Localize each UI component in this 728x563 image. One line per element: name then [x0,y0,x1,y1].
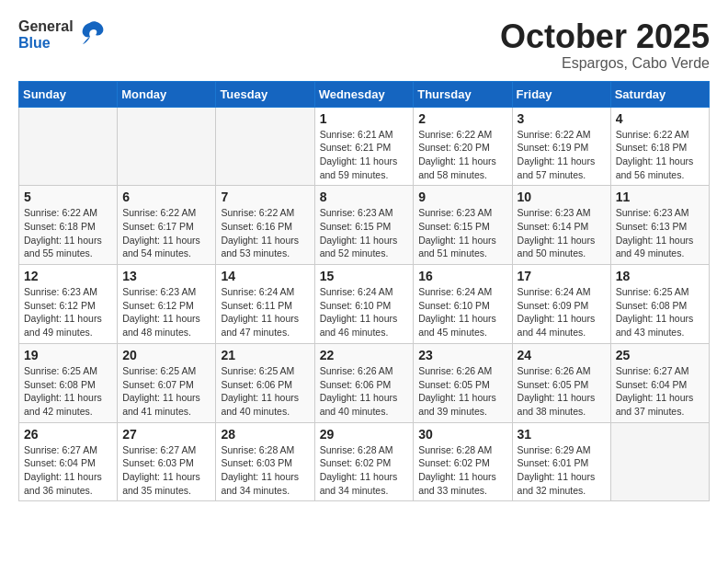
day-info: Sunrise: 6:24 AM Sunset: 6:11 PM Dayligh… [221,285,309,339]
calendar-cell: 12Sunrise: 6:23 AM Sunset: 6:12 PM Dayli… [19,265,118,344]
day-info: Sunrise: 6:23 AM Sunset: 6:12 PM Dayligh… [122,285,210,339]
day-number: 20 [122,348,210,362]
calendar-cell: 10Sunrise: 6:23 AM Sunset: 6:14 PM Dayli… [512,186,610,265]
day-info: Sunrise: 6:22 AM Sunset: 6:16 PM Dayligh… [221,206,309,260]
day-number: 14 [221,269,309,283]
day-number: 22 [320,348,409,362]
calendar-cell: 8Sunrise: 6:23 AM Sunset: 6:15 PM Daylig… [314,186,414,265]
day-info: Sunrise: 6:27 AM Sunset: 6:03 PM Dayligh… [122,443,210,498]
header-thursday: Thursday [414,81,512,107]
day-number: 27 [122,427,210,442]
calendar-week-2: 5Sunrise: 6:22 AM Sunset: 6:18 PM Daylig… [19,186,710,265]
header-friday: Friday [512,81,610,107]
location-subtitle: Espargos, Cabo Verde [500,55,710,72]
day-number: 13 [122,269,210,283]
day-number: 24 [518,348,606,362]
day-number: 23 [418,348,506,362]
calendar-cell: 13Sunrise: 6:23 AM Sunset: 6:12 PM Dayli… [118,265,216,344]
calendar-cell: 2Sunrise: 6:22 AM Sunset: 6:20 PM Daylig… [414,107,512,186]
logo-general: General [18,18,74,35]
day-number: 4 [616,111,704,126]
day-number: 3 [518,111,606,126]
calendar-cell: 7Sunrise: 6:22 AM Sunset: 6:16 PM Daylig… [216,186,314,265]
calendar-header-row: SundayMondayTuesdayWednesdayThursdayFrid… [19,81,710,107]
day-number: 26 [24,427,112,442]
day-info: Sunrise: 6:28 AM Sunset: 6:03 PM Dayligh… [221,443,309,498]
day-info: Sunrise: 6:23 AM Sunset: 6:13 PM Dayligh… [616,206,704,260]
day-number: 31 [518,427,606,442]
day-number: 6 [122,190,210,204]
day-info: Sunrise: 6:24 AM Sunset: 6:09 PM Dayligh… [518,285,606,339]
day-number: 15 [320,269,409,283]
header-monday: Monday [118,81,216,107]
day-number: 2 [418,111,506,126]
calendar-cell: 24Sunrise: 6:26 AM Sunset: 6:05 PM Dayli… [512,343,610,422]
calendar-cell: 1Sunrise: 6:21 AM Sunset: 6:21 PM Daylig… [314,107,414,186]
calendar-cell: 3Sunrise: 6:22 AM Sunset: 6:19 PM Daylig… [512,107,610,186]
calendar-cell: 17Sunrise: 6:24 AM Sunset: 6:09 PM Dayli… [512,265,610,344]
header-saturday: Saturday [610,81,709,107]
day-number: 9 [418,190,506,204]
day-info: Sunrise: 6:22 AM Sunset: 6:18 PM Dayligh… [24,206,112,260]
logo: General Blue [18,18,105,52]
day-info: Sunrise: 6:25 AM Sunset: 6:07 PM Dayligh… [122,364,210,419]
day-info: Sunrise: 6:26 AM Sunset: 6:05 PM Dayligh… [518,364,606,419]
calendar-cell: 25Sunrise: 6:27 AM Sunset: 6:04 PM Dayli… [610,343,709,422]
logo-blue: Blue [18,35,74,52]
day-info: Sunrise: 6:27 AM Sunset: 6:04 PM Dayligh… [616,364,704,419]
day-info: Sunrise: 6:22 AM Sunset: 6:19 PM Dayligh… [518,128,606,182]
calendar-cell: 14Sunrise: 6:24 AM Sunset: 6:11 PM Dayli… [216,265,314,344]
day-number: 12 [24,269,112,283]
calendar-cell [216,107,314,186]
day-number: 21 [221,348,309,362]
day-number: 28 [221,427,309,442]
day-number: 29 [320,427,409,442]
calendar-week-1: 1Sunrise: 6:21 AM Sunset: 6:21 PM Daylig… [19,107,710,186]
calendar-cell: 15Sunrise: 6:24 AM Sunset: 6:10 PM Dayli… [314,265,414,344]
day-info: Sunrise: 6:22 AM Sunset: 6:18 PM Dayligh… [616,128,704,182]
day-info: Sunrise: 6:23 AM Sunset: 6:12 PM Dayligh… [24,285,112,339]
day-number: 7 [221,190,309,204]
calendar-cell: 27Sunrise: 6:27 AM Sunset: 6:03 PM Dayli… [118,422,216,501]
day-info: Sunrise: 6:24 AM Sunset: 6:10 PM Dayligh… [418,285,506,339]
calendar-cell: 21Sunrise: 6:25 AM Sunset: 6:06 PM Dayli… [216,343,314,422]
calendar-cell: 22Sunrise: 6:26 AM Sunset: 6:06 PM Dayli… [314,343,414,422]
calendar-cell: 26Sunrise: 6:27 AM Sunset: 6:04 PM Dayli… [19,422,118,501]
day-info: Sunrise: 6:23 AM Sunset: 6:15 PM Dayligh… [320,206,409,260]
calendar-cell [610,422,709,501]
calendar-cell: 11Sunrise: 6:23 AM Sunset: 6:13 PM Dayli… [610,186,709,265]
calendar-cell: 23Sunrise: 6:26 AM Sunset: 6:05 PM Dayli… [414,343,512,422]
calendar-cell: 30Sunrise: 6:28 AM Sunset: 6:02 PM Dayli… [414,422,512,501]
month-title: October 2025 [500,18,710,55]
page-header: General Blue October 2025 Espargos, Cabo… [18,18,710,72]
title-block: October 2025 Espargos, Cabo Verde [500,18,710,72]
day-info: Sunrise: 6:23 AM Sunset: 6:14 PM Dayligh… [518,206,606,260]
day-info: Sunrise: 6:25 AM Sunset: 6:08 PM Dayligh… [616,285,704,339]
day-info: Sunrise: 6:25 AM Sunset: 6:06 PM Dayligh… [221,364,309,419]
day-number: 25 [616,348,704,362]
header-wednesday: Wednesday [314,81,414,107]
calendar-cell [118,107,216,186]
day-number: 8 [320,190,409,204]
day-number: 11 [616,190,704,204]
calendar-cell: 28Sunrise: 6:28 AM Sunset: 6:03 PM Dayli… [216,422,314,501]
day-info: Sunrise: 6:23 AM Sunset: 6:15 PM Dayligh… [418,206,506,260]
day-info: Sunrise: 6:28 AM Sunset: 6:02 PM Dayligh… [320,443,409,498]
calendar-cell: 5Sunrise: 6:22 AM Sunset: 6:18 PM Daylig… [19,186,118,265]
day-info: Sunrise: 6:21 AM Sunset: 6:21 PM Dayligh… [320,128,409,182]
header-tuesday: Tuesday [216,81,314,107]
calendar-table: SundayMondayTuesdayWednesdayThursdayFrid… [18,81,710,502]
calendar-cell: 9Sunrise: 6:23 AM Sunset: 6:15 PM Daylig… [414,186,512,265]
day-info: Sunrise: 6:26 AM Sunset: 6:06 PM Dayligh… [320,364,409,419]
day-number: 17 [518,269,606,283]
calendar-week-5: 26Sunrise: 6:27 AM Sunset: 6:04 PM Dayli… [19,422,710,501]
day-number: 1 [320,111,409,126]
day-info: Sunrise: 6:22 AM Sunset: 6:20 PM Dayligh… [418,128,506,182]
logo-text: General Blue [18,18,74,52]
calendar-cell: 18Sunrise: 6:25 AM Sunset: 6:08 PM Dayli… [610,265,709,344]
header-sunday: Sunday [19,81,118,107]
calendar-cell: 19Sunrise: 6:25 AM Sunset: 6:08 PM Dayli… [19,343,118,422]
calendar-cell: 31Sunrise: 6:29 AM Sunset: 6:01 PM Dayli… [512,422,610,501]
day-number: 19 [24,348,112,362]
calendar-week-3: 12Sunrise: 6:23 AM Sunset: 6:12 PM Dayli… [19,265,710,344]
